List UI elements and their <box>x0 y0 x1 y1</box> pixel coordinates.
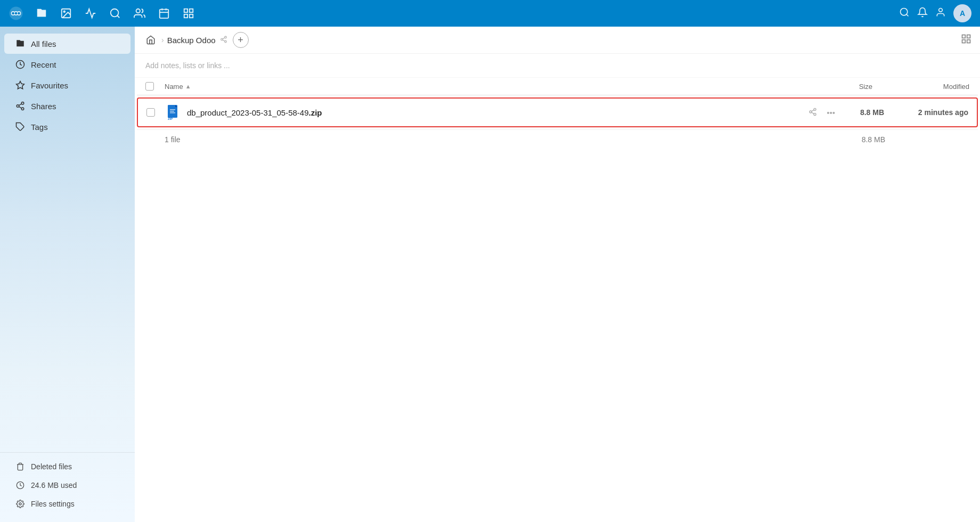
storage-icon <box>15 481 26 490</box>
breadcrumb-separator-1: › <box>161 36 164 44</box>
file-table: Name ▲ Size Modified <box>135 78 980 522</box>
svg-point-35 <box>224 40 226 43</box>
breadcrumb-right <box>961 34 971 47</box>
sidebar-files-settings-label: Files settings <box>31 500 75 508</box>
svg-line-51 <box>812 112 814 114</box>
svg-marker-24 <box>17 81 24 89</box>
svg-point-8 <box>63 11 65 12</box>
svg-rect-46 <box>170 112 175 113</box>
topbar: A <box>0 0 980 27</box>
sidebar-item-shares-label: Shares <box>31 102 56 111</box>
table-footer: 1 file 8.8 MB <box>137 129 978 149</box>
topbar-app-icons <box>34 6 196 21</box>
svg-rect-12 <box>160 10 169 18</box>
search-right-icon[interactable] <box>899 7 910 20</box>
file-name-part1: db_product_2023-05-31_05-58-49 <box>187 108 309 117</box>
svg-point-34 <box>220 38 223 40</box>
file-actions: ••• <box>806 105 837 120</box>
row-checkbox-col <box>146 108 161 117</box>
contacts-nav-icon[interactable] <box>132 6 147 21</box>
sidebar-item-favourites[interactable]: Favourites <box>4 75 130 95</box>
file-modified: 2 minutes ago <box>888 108 968 117</box>
sidebar-item-all-files-label: All files <box>31 39 56 48</box>
header-modified-col[interactable]: Modified <box>889 83 969 91</box>
nextcloud-logo[interactable] <box>9 6 23 21</box>
row-checkbox[interactable] <box>146 108 155 117</box>
sidebar-storage[interactable]: 24.6 MB used <box>4 476 130 494</box>
search-nav-icon[interactable] <box>108 6 123 21</box>
tag-icon <box>15 122 26 132</box>
notifications-icon[interactable] <box>917 7 928 20</box>
main-layout: All files Recent Favourites Shares <box>0 27 980 522</box>
table-row[interactable]: ZIP db_product_2023-05-31_05-58-49.zip •… <box>137 97 978 127</box>
notes-area[interactable]: Add notes, lists or links ... <box>135 54 980 78</box>
svg-line-28 <box>19 107 21 108</box>
sort-icon: ▲ <box>185 83 191 89</box>
header-checkbox-col <box>145 82 160 91</box>
svg-point-11 <box>136 9 140 13</box>
svg-point-27 <box>21 108 24 110</box>
sidebar-item-recent-label: Recent <box>31 60 56 69</box>
sidebar-item-tags[interactable]: Tags <box>4 117 130 137</box>
svg-point-5 <box>15 12 18 15</box>
svg-rect-18 <box>184 14 187 18</box>
svg-line-10 <box>117 15 119 18</box>
svg-rect-41 <box>967 39 970 43</box>
sidebar-deleted-files[interactable]: Deleted files <box>4 458 130 476</box>
svg-point-50 <box>814 113 816 115</box>
file-more-icon[interactable]: ••• <box>824 106 837 119</box>
sidebar-files-settings[interactable]: Files settings <box>4 495 130 513</box>
breadcrumb-add-button[interactable]: + <box>233 32 249 48</box>
file-type-icon: ZIP <box>166 104 183 121</box>
select-all-checkbox[interactable] <box>145 82 154 91</box>
svg-rect-45 <box>170 111 174 112</box>
view-toggle-icon[interactable] <box>961 36 971 46</box>
footer-total-size: 8.8 MB <box>843 135 885 144</box>
svg-point-22 <box>939 8 943 12</box>
header-size-col[interactable]: Size <box>832 83 885 91</box>
svg-line-36 <box>223 39 225 40</box>
trash-icon <box>15 462 26 471</box>
file-share-icon[interactable] <box>806 105 819 120</box>
svg-rect-40 <box>962 39 966 43</box>
star-icon <box>15 80 26 90</box>
sidebar: All files Recent Favourites Shares <box>0 27 135 522</box>
topbar-right: A <box>899 4 971 22</box>
breadcrumb-share-icon[interactable] <box>220 36 227 45</box>
svg-point-9 <box>111 9 119 17</box>
svg-rect-39 <box>967 35 970 38</box>
files-nav-icon[interactable] <box>34 6 49 21</box>
sidebar-deleted-files-label: Deleted files <box>31 462 72 471</box>
breadcrumb-home[interactable] <box>143 32 158 47</box>
svg-rect-44 <box>170 109 175 110</box>
header-modified-label: Modified <box>943 83 969 91</box>
contacts-right-icon[interactable] <box>935 7 946 20</box>
activity-nav-icon[interactable] <box>83 6 98 21</box>
user-avatar[interactable]: A <box>953 4 971 22</box>
table-header: Name ▲ Size Modified <box>137 78 978 95</box>
svg-point-32 <box>19 503 21 505</box>
svg-point-4 <box>12 12 14 15</box>
svg-rect-16 <box>184 9 187 12</box>
svg-rect-19 <box>190 14 193 18</box>
sidebar-item-all-files[interactable]: All files <box>4 34 130 54</box>
sidebar-item-tags-label: Tags <box>31 123 48 132</box>
recent-icon <box>15 60 26 69</box>
header-size-label: Size <box>859 83 872 91</box>
photos-nav-icon[interactable] <box>59 6 74 21</box>
topbar-left <box>9 6 196 21</box>
svg-point-6 <box>18 12 20 15</box>
sidebar-item-recent[interactable]: Recent <box>4 54 130 75</box>
svg-point-26 <box>17 105 19 108</box>
sidebar-item-shares[interactable]: Shares <box>4 96 130 116</box>
footer-file-count: 1 file <box>145 135 838 144</box>
header-name-col[interactable]: Name ▲ <box>165 83 828 91</box>
svg-line-29 <box>19 104 21 105</box>
content-area: › Backup Odoo + Add notes, lists or link… <box>135 27 980 522</box>
svg-point-49 <box>810 111 812 113</box>
calendar-nav-icon[interactable] <box>157 6 172 21</box>
file-name: db_product_2023-05-31_05-58-49.zip <box>187 108 802 117</box>
breadcrumb-bar: › Backup Odoo + <box>135 27 980 54</box>
breadcrumb-folder-name: Backup Odoo <box>167 36 216 45</box>
deck-nav-icon[interactable] <box>181 6 196 21</box>
